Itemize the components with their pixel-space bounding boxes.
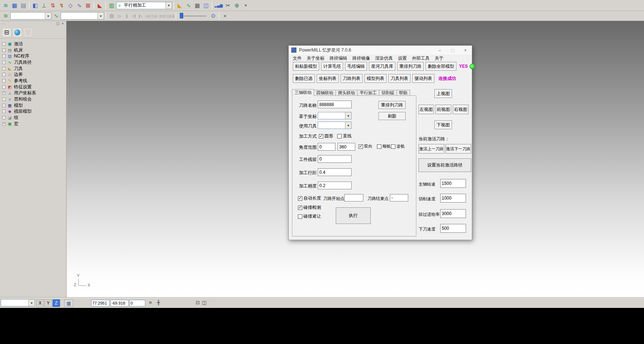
- stock-edit-button[interactable]: 毛坯编辑: [345, 62, 367, 71]
- tab-help[interactable]: 帮助: [396, 90, 410, 96]
- tab-parallel[interactable]: 平行加工: [357, 90, 379, 96]
- tab-3axis[interactable]: 三轴联动: [292, 89, 314, 96]
- expander-icon[interactable]: +: [2, 91, 6, 95]
- cutting-speed-input[interactable]: [440, 194, 466, 203]
- angle-from-input[interactable]: [318, 143, 335, 151]
- tab-swivel[interactable]: 摆头联动: [335, 90, 357, 96]
- view-bottom-button[interactable]: 下视图: [434, 120, 452, 129]
- toolpath-list-button[interactable]: 刀路列表: [341, 74, 363, 83]
- tolerance-input[interactable]: [318, 182, 352, 189]
- plunge-speed-input[interactable]: [440, 224, 466, 233]
- statusbar-combobox[interactable]: ▾: [1, 299, 35, 306]
- conventional-mill-checkbox[interactable]: 逆铣: [391, 144, 405, 149]
- panel-restore-icon[interactable]: ▢: [56, 22, 60, 25]
- model-list-button[interactable]: 模型列表: [364, 74, 387, 83]
- menu-path-mirror[interactable]: 路径镜像: [350, 55, 373, 62]
- feeds-icon[interactable]: ⇅: [49, 1, 57, 10]
- skim-feed-input[interactable]: [440, 209, 466, 218]
- go-to-start-icon[interactable]: |◁◁: [159, 12, 167, 20]
- speed-slider[interactable]: [179, 13, 207, 19]
- shield-icon[interactable]: ▽: [23, 28, 33, 37]
- dialog-titlebar[interactable]: PowerMILL 忆梦星河 7.0.6 – ▢ ×: [289, 46, 472, 55]
- minimize-button[interactable]: –: [433, 46, 446, 55]
- tree-item-patterns[interactable]: - ✎ 参考线: [1, 78, 66, 84]
- tool-database-icon[interactable]: ◣: [175, 1, 184, 10]
- save-icon[interactable]: ▦: [10, 1, 19, 10]
- print-icon[interactable]: ▤: [19, 1, 28, 10]
- menu-about[interactable]: 关于: [432, 55, 446, 62]
- collision-detect-checkbox[interactable]: 碰撞检测: [298, 204, 321, 211]
- tree-item-groups[interactable]: - ◪ 组: [1, 115, 66, 121]
- toolbar-close-icon[interactable]: ×: [221, 12, 229, 20]
- chevron-down-icon[interactable]: ▾: [45, 13, 51, 19]
- angle-to-input[interactable]: [338, 143, 355, 151]
- statistics-icon[interactable]: ◫: [202, 1, 210, 10]
- drive-list-button[interactable]: 驱动列表: [412, 74, 434, 83]
- expander-icon[interactable]: -: [2, 98, 6, 101]
- tree-item-boundaries[interactable]: - ◇ 边界: [1, 71, 66, 78]
- slider-handle[interactable]: [180, 13, 183, 18]
- explorer-tree-icon[interactable]: ⊟: [2, 28, 11, 37]
- active-toolpath-combobox[interactable]: ▾: [61, 12, 104, 20]
- expander-icon[interactable]: -: [2, 42, 6, 46]
- workplane-icon[interactable]: ⊥: [40, 1, 48, 10]
- spindle-speed-input[interactable]: [440, 179, 466, 188]
- scissors-icon[interactable]: ✂: [224, 1, 232, 10]
- expander-icon[interactable]: +: [2, 122, 6, 126]
- grid-icon[interactable]: ▦: [64, 299, 73, 307]
- tree-item-macros[interactable]: + ▣ 宏: [1, 121, 66, 127]
- chevron-down-icon[interactable]: ▾: [97, 13, 104, 19]
- expander-icon[interactable]: -: [2, 85, 6, 89]
- close-button[interactable]: ×: [459, 46, 472, 55]
- auto-length-checkbox[interactable]: 自动长度: [298, 195, 321, 201]
- view-right-button[interactable]: 右视图: [453, 105, 469, 114]
- tree-item-stock-models[interactable]: - ◆ 残留模型: [1, 109, 66, 115]
- globe-icon[interactable]: [13, 28, 22, 37]
- clock-icon[interactable]: ⊙: [209, 12, 217, 20]
- bidirectional-checkbox[interactable]: 双向: [359, 144, 372, 149]
- rearrange-toolpath-button[interactable]: 重排列刀路: [397, 62, 424, 71]
- chevron-down-icon[interactable]: ▾: [166, 2, 172, 9]
- end-point-input[interactable]: [390, 194, 408, 201]
- tab-4axis[interactable]: 四轴联动: [314, 90, 336, 96]
- active-toolpath-icon[interactable]: ∿: [52, 12, 60, 20]
- chevron-down-icon[interactable]: ▾: [28, 299, 35, 306]
- tree-item-levels[interactable]: - ≡ 层和组合: [1, 96, 66, 102]
- probe-icon[interactable]: ╋: [157, 300, 160, 305]
- chevron-down-icon[interactable]: ▾: [345, 112, 351, 119]
- strategy-combobox[interactable]: ≡ 平行精加工 ▾: [116, 2, 172, 9]
- pattern-icon[interactable]: ∿: [75, 1, 83, 10]
- toolpath-combobox[interactable]: ▾: [10, 12, 51, 20]
- coord-x-input[interactable]: [91, 300, 110, 306]
- menu-render-sim[interactable]: 渲染仿真: [373, 55, 395, 62]
- axis-y-button[interactable]: Y: [45, 299, 52, 307]
- expander-icon[interactable]: -: [2, 104, 6, 107]
- tab-saw[interactable]: 切割锯: [379, 90, 397, 96]
- tree-item-machine[interactable]: - ▤ 机床: [1, 47, 66, 53]
- stepover-input[interactable]: [318, 168, 352, 176]
- paste-new-model-button[interactable]: 粘贴新模型: [293, 62, 319, 71]
- panel-split-icon[interactable]: ◫: [202, 300, 206, 305]
- activate-next-toolpath-button[interactable]: 激活下一刀路: [445, 144, 471, 154]
- toolpath-name-input[interactable]: [318, 101, 352, 108]
- strategies-icon[interactable]: ≋: [1, 1, 10, 10]
- tree-item-toolpaths[interactable]: - ∿ 刀具路径: [1, 59, 66, 66]
- expander-icon[interactable]: -: [2, 67, 6, 70]
- step-forward-icon[interactable]: |▷: [137, 12, 144, 20]
- tree-item-nc-programs[interactable]: - ▥ NC程序: [1, 53, 66, 59]
- coord-list-button[interactable]: 坐标列表: [317, 74, 339, 83]
- tree-item-models[interactable]: - ▦ 模型: [1, 102, 66, 109]
- view-left-button[interactable]: 左视图: [419, 105, 434, 114]
- block-icon[interactable]: ◧: [31, 1, 39, 10]
- tool-list-button[interactable]: 刀具列表: [388, 74, 410, 83]
- calculator-icon[interactable]: ▦: [193, 1, 202, 10]
- calc-stock-button[interactable]: 计算毛坯: [321, 62, 343, 71]
- view-top-button[interactable]: 上视图: [434, 89, 452, 98]
- coord-y-input[interactable]: [110, 300, 129, 306]
- set-active-path-button[interactable]: 设置当前激活路径: [419, 158, 471, 172]
- tree-item-workplanes[interactable]: + ⊥ 用户坐标系: [1, 90, 66, 96]
- go-to-end-icon[interactable]: ▷▷|: [167, 12, 175, 20]
- coord-z-input[interactable]: [129, 300, 145, 306]
- menu-path-edit[interactable]: 路径编辑: [327, 55, 350, 62]
- refresh-button[interactable]: 刷新: [378, 112, 406, 120]
